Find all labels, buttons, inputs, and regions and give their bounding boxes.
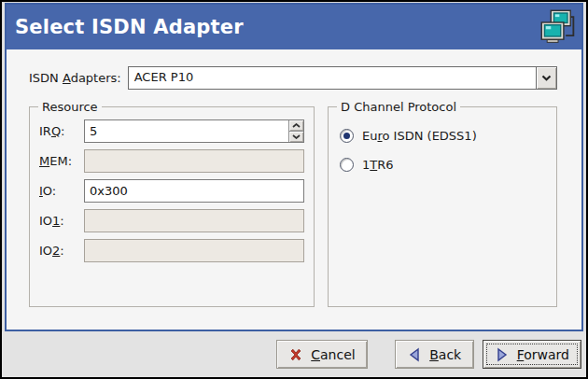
mem-input xyxy=(84,149,304,173)
settings-columns: Resource IRQ: xyxy=(29,100,557,307)
irq-label: IRQ: xyxy=(39,124,78,138)
io2-field-row: IO2: xyxy=(39,239,304,262)
radio-label-1tr6[interactable]: 1TR6 xyxy=(362,158,394,172)
page-title: Select ISDN Adapter xyxy=(15,16,244,38)
dialog-frame: Select ISDN Adapter xyxy=(5,3,583,331)
combobox-dropdown-button[interactable] xyxy=(536,67,556,89)
dialog-content: ISDN Adapters: ACER P10 Resource IRQ: xyxy=(7,49,581,330)
adapter-combobox-value: ACER P10 xyxy=(129,67,536,89)
io-label: IO: xyxy=(39,184,78,198)
io-field-row: IO: xyxy=(39,179,304,203)
spin-up-button[interactable] xyxy=(288,120,303,131)
mem-field-row: MEM: xyxy=(39,149,304,173)
io2-label: IO2: xyxy=(39,244,78,258)
adapter-selector-label: ISDN Adapters: xyxy=(29,71,121,85)
irq-input[interactable] xyxy=(84,119,304,143)
io1-label: IO1: xyxy=(39,214,78,228)
mem-label: MEM: xyxy=(39,154,78,168)
irq-spinbox xyxy=(84,119,304,143)
select-isdn-adapter-dialog: Select ISDN Adapter xyxy=(0,0,588,379)
adapter-combobox[interactable]: ACER P10 xyxy=(128,66,557,90)
dialog-button-bar: Cancel Back Forward xyxy=(2,331,586,377)
arrow-left-icon xyxy=(407,347,422,362)
radio-label-euro-isdn[interactable]: Euro ISDN (EDSS1) xyxy=(362,129,477,143)
dialog-header: Select ISDN Adapter xyxy=(7,5,581,49)
io-input[interactable] xyxy=(84,179,304,203)
chevron-down-icon xyxy=(292,134,301,139)
d-channel-protocol-group: D Channel Protocol Euro ISDN (EDSS1) 1TR… xyxy=(328,100,557,307)
adapter-selector-row: ISDN Adapters: ACER P10 xyxy=(29,66,557,90)
radio-option-euro-isdn[interactable]: Euro ISDN (EDSS1) xyxy=(340,129,547,143)
spin-down-button[interactable] xyxy=(288,131,303,142)
back-button[interactable]: Back xyxy=(395,340,474,369)
arrow-right-icon xyxy=(495,347,510,362)
irq-field-row: IRQ: xyxy=(39,119,304,143)
chevron-down-icon xyxy=(541,75,552,81)
networked-computers-icon xyxy=(539,7,577,47)
resource-group-title: Resource xyxy=(38,100,102,114)
resource-group: Resource IRQ: xyxy=(29,100,315,307)
forward-button[interactable]: Forward xyxy=(483,340,581,369)
d-channel-protocol-group-title: D Channel Protocol xyxy=(337,100,460,114)
irq-spin-buttons xyxy=(288,120,303,142)
io1-field-row: IO1: xyxy=(39,209,304,232)
chevron-up-icon xyxy=(292,123,301,128)
cancel-button[interactable]: Cancel xyxy=(276,340,367,369)
radio-button-selected[interactable] xyxy=(340,129,354,143)
io2-input xyxy=(84,239,304,262)
radio-option-1tr6[interactable]: 1TR6 xyxy=(340,158,547,172)
radio-button-unselected[interactable] xyxy=(340,158,354,172)
cancel-x-icon xyxy=(288,347,303,362)
io1-input xyxy=(84,209,304,232)
